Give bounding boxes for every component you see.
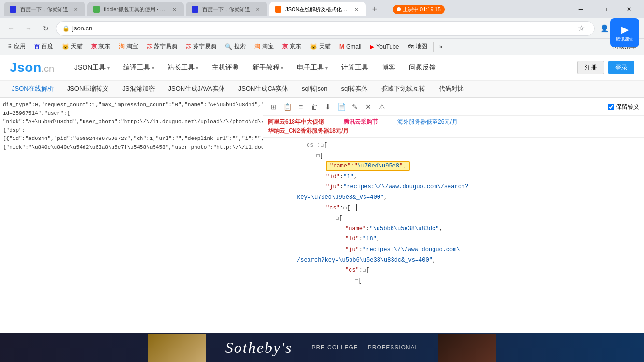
left-raw-json-panel[interactable]: dia_type":0,"request_count":1,"max_impre… [0, 98, 263, 333]
left-json-content: dia_type":0,"request_count":1,"max_impre… [3, 101, 260, 152]
nav-tutorials-arrow: ▾ [281, 65, 283, 70]
bottom-advertisement[interactable]: Sotheby's PRE-COLLEGE PROFESSIONAL CSDN … [0, 333, 644, 362]
copy-button[interactable]: 📋 [281, 101, 293, 112]
tab2-close[interactable]: ✕ [170, 5, 178, 13]
suning1-favicon: 苏 [147, 43, 152, 50]
bookmark-jd[interactable]: 京 京东 [87, 41, 114, 52]
bookmark-tmall2-label: 天猫 [319, 42, 331, 51]
ad-overseas[interactable]: 海外服务器低至26元/月 [397, 118, 458, 126]
paste-button[interactable]: 📄 [336, 101, 347, 112]
bookmark-baidu[interactable]: 百 百度 [30, 41, 57, 52]
page-content: Json.cn JSON工具 ▾ 编译工具 ▾ 站长工具 ▾ 主机评测 [0, 55, 644, 362]
bookmark-tmall[interactable]: 🐱 天猫 [58, 41, 86, 52]
url-input[interactable] [72, 25, 571, 32]
register-button[interactable]: 注册 [577, 61, 604, 74]
bookmark-button[interactable]: ☆ [574, 21, 588, 36]
tab-sql-json[interactable]: sql转json [295, 81, 334, 97]
bookmarks-more[interactable]: » [435, 42, 447, 52]
download-button[interactable]: ⬇ [322, 101, 334, 112]
tab-js-obfuscate[interactable]: JS混淆加密 [115, 81, 161, 97]
tencent-classroom-badge[interactable]: ▶ 腾讯课堂 [610, 18, 639, 47]
bookmark-map[interactable]: 🗺 地图 [404, 41, 431, 52]
nav-compiler-tools[interactable]: 编译工具 ▾ [117, 60, 160, 75]
nav-electronic-tools[interactable]: 电子工具 ▾ [291, 60, 334, 75]
nav-webmaster-tools[interactable]: 站长工具 ▾ [162, 60, 204, 75]
browser-tab-1[interactable]: 百度一下，你就知道 ✕ [4, 2, 85, 16]
json-line-14: ☐[ [268, 276, 639, 287]
browser-tab-3[interactable]: 百度一下，你就知道 ✕ [186, 2, 267, 16]
tab-code-compare[interactable]: 代码对比 [432, 81, 471, 97]
nav-tutorials[interactable]: 新手教程 ▾ [247, 60, 289, 75]
browser-tab-4[interactable]: JSON在线解析及格式化验证 ✕ [269, 2, 366, 16]
nav-blog[interactable]: 博客 [376, 60, 401, 75]
login-button[interactable]: 登录 [608, 61, 634, 74]
tab-json-csharp[interactable]: JSON生成C#实体 [232, 81, 295, 97]
tab1-close[interactable]: ✕ [72, 5, 80, 13]
new-tab-button[interactable]: + [368, 2, 381, 16]
bookmark-suning1[interactable]: 苏 苏宁易购 [143, 41, 181, 52]
taobao2-favicon: 淘 [254, 42, 260, 51]
preserve-label: 保留转义 [616, 103, 639, 111]
preserve-escape-checkbox[interactable]: 保留转义 [608, 103, 639, 111]
bookmarks-separator [433, 42, 434, 52]
nav-host-review[interactable]: 主机评测 [206, 60, 245, 75]
forward-button[interactable]: → [21, 21, 36, 36]
indent-button[interactable]: ≡ [295, 101, 307, 112]
live-label: 上课中 01:19:15 [403, 6, 441, 13]
bookmark-jd2[interactable]: 京 京东 [279, 41, 305, 52]
site-header: Json.cn JSON工具 ▾ 编译工具 ▾ 站长工具 ▾ 主机评测 [0, 55, 644, 81]
account-button[interactable]: 👤 [598, 22, 611, 35]
ad-image-right [438, 334, 496, 362]
clear-button[interactable]: ✕ [363, 101, 374, 112]
tab3-close[interactable]: ✕ [254, 5, 262, 13]
site-logo: Json.cn [10, 60, 54, 75]
ad-aliyun[interactable]: 阿里云618年中大促销 [268, 118, 324, 126]
tool-tabs-bar: JSON在线解析 JSON压缩转义 JS混淆加密 JSON生成JAVA实体 JS… [0, 81, 644, 98]
tab-sql-entity[interactable]: sql转实体 [335, 81, 375, 97]
ad-huanayun[interactable]: 华纳云_CN2香港服务器18元/月 [268, 127, 349, 134]
tab4-favicon [275, 6, 281, 13]
format-button[interactable]: ⊞ [268, 101, 280, 112]
nav-feedback-label: 问题反馈 [409, 63, 436, 72]
baidu-favicon: 百 [34, 43, 40, 50]
preserve-checkbox-input[interactable] [608, 104, 614, 110]
minimize-button[interactable]: ─ [570, 2, 592, 16]
right-json-content[interactable]: cs :☐[ ☐[ "name":"\u70ed\u95e8", "id":"1… [263, 138, 644, 333]
header-auth-buttons: 注册 登录 [577, 61, 634, 74]
bookmark-youtube[interactable]: ▶ YouTube [366, 42, 403, 52]
close-button[interactable]: ✕ [618, 2, 640, 16]
back-button[interactable]: ← [4, 21, 18, 36]
browser-tab-2[interactable]: fiddler抓包工具的使用 · 语雀 ✕ [87, 2, 184, 16]
nav-feedback[interactable]: 问题反馈 [403, 60, 442, 75]
apps-icon: ⠿ [8, 43, 12, 50]
bookmark-taobao[interactable]: 淘 淘宝 [115, 41, 142, 52]
bookmark-apps[interactable]: ⠿ 应用 [4, 41, 29, 52]
tab-camel-underscore[interactable]: 驼峰下划线互转 [375, 81, 432, 97]
bookmark-search-label: 搜索 [234, 42, 246, 51]
bookmark-suning1-label: 苏宁易购 [154, 42, 177, 51]
bookmark-apps-label: 应用 [14, 42, 26, 51]
bookmark-tmall2[interactable]: 🐱 天猫 [306, 41, 335, 52]
nav-compiler-label: 编译工具 [123, 63, 150, 72]
edit-button[interactable]: ✎ [349, 101, 361, 112]
tab-json-java[interactable]: JSON生成JAVA实体 [162, 81, 232, 97]
tab4-close[interactable]: ✕ [352, 5, 360, 13]
bookmark-taobao2-label: 淘宝 [262, 42, 274, 51]
maximize-button[interactable]: □ [594, 2, 616, 16]
tab-json-compress[interactable]: JSON压缩转义 [60, 81, 116, 97]
error-button[interactable]: ⚠ [376, 101, 388, 112]
nav-calc-tools[interactable]: 计算工具 [336, 60, 374, 75]
delete-button[interactable]: 🗑 [308, 101, 320, 112]
ad-tencent-cloud[interactable]: 腾讯云采购节 [343, 118, 378, 126]
bookmark-gmail[interactable]: M Gmail [336, 42, 365, 52]
bookmark-suning2[interactable]: 苏 苏宁易购 [182, 41, 220, 52]
bookmark-taobao2[interactable]: 淘 淘宝 [251, 41, 278, 52]
nav-json-tools[interactable]: JSON工具 ▾ [69, 60, 115, 75]
tencent-label: 腾讯课堂 [616, 36, 633, 42]
address-bar[interactable]: 🔒 ☆ [56, 21, 595, 36]
reload-button[interactable]: ↻ [39, 21, 53, 36]
tab-json-parse[interactable]: JSON在线解析 [5, 81, 60, 98]
ad-labels: PRE-COLLEGE PROFESSIONAL [311, 344, 419, 351]
bookmark-map-label: 地图 [416, 42, 427, 51]
bookmark-search[interactable]: 🔍 搜索 [221, 41, 250, 52]
